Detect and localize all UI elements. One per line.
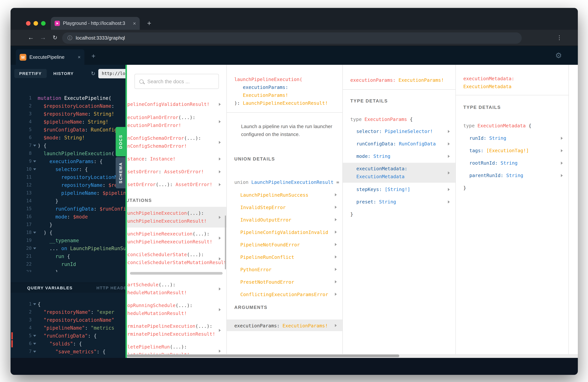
union-member[interactable]: ConflictingExecutionParamsError xyxy=(227,288,342,300)
type-field[interactable]: executionMetadata:ExecutionMetadata xyxy=(343,163,455,183)
settings-gear-icon[interactable]: ⚙ xyxy=(554,50,564,60)
url-bar[interactable]: ⓘ localhost:3333/graphql xyxy=(62,32,522,43)
doc-list-item[interactable]: stopRunningSchedule(...):ScheduleMutatio… xyxy=(127,299,226,320)
code-line[interactable]: 2 $repositoryLocationName: xyxy=(11,102,126,110)
fold-caret-icon[interactable] xyxy=(32,245,38,253)
history-button[interactable]: HISTORY xyxy=(53,71,74,76)
horizontal-scrollbar[interactable] xyxy=(127,354,578,358)
browser-tab[interactable]: Playground - http://localhost:3 × xyxy=(51,17,140,30)
union-member[interactable]: PipelineNotFoundError xyxy=(227,238,342,251)
column-horizontal-scrollbar[interactable] xyxy=(130,272,223,275)
type-field[interactable]: runConfigData: RunConfigData xyxy=(343,140,455,148)
code-line[interactable]: 11 repositoryLocationName: $repositoryLo… xyxy=(11,173,126,181)
traffic-light-minimize[interactable] xyxy=(34,21,38,26)
doc-list-item[interactable]: terminatePipelineExecution(...):Terminat… xyxy=(127,320,226,340)
fold-caret-icon[interactable] xyxy=(32,348,38,356)
code-line[interactable]: 21 run { xyxy=(11,253,126,260)
playground-new-tab-button[interactable]: + xyxy=(89,52,98,61)
traffic-light-close[interactable] xyxy=(26,21,30,26)
type-field[interactable]: preset: String xyxy=(343,198,455,206)
variables-editor[interactable]: 1{2 "repositoryName": "exper3 "repositor… xyxy=(11,300,126,357)
endpoint-reload-icon[interactable]: ↻ xyxy=(91,70,95,77)
code-line[interactable]: 3 "repositoryLocationName" xyxy=(11,316,126,324)
prettify-button[interactable]: PRETTIFY xyxy=(14,69,46,78)
fold-caret-icon[interactable] xyxy=(32,229,38,236)
type-field[interactable]: runId: String xyxy=(456,134,568,142)
doc-list-item[interactable]: reconcileSchedulerState(...):ReconcileSc… xyxy=(127,248,226,269)
code-line[interactable]: 14 } xyxy=(11,197,126,205)
code-line[interactable]: 10 selector: { xyxy=(11,165,126,173)
fold-caret-icon[interactable] xyxy=(32,332,38,340)
tab-query-variables[interactable]: QUERY VARIABLES xyxy=(27,286,73,290)
argument-row[interactable]: executionParams: ExecutionParams! xyxy=(227,319,342,331)
doc-list-item[interactable]: executionPlanOrError(...):ExecutionPlanO… xyxy=(127,111,226,132)
code-line[interactable]: 1mutation ExecutePipeline( xyxy=(11,94,126,102)
type-field[interactable]: selector: PipelineSelector! xyxy=(343,127,455,135)
code-line[interactable]: 6 $mode: String! xyxy=(11,134,126,142)
type-field[interactable]: rootRunId: String xyxy=(456,159,568,167)
code-line[interactable]: 15 runConfigData: $runConfigData xyxy=(11,205,126,213)
endpoint-input[interactable] xyxy=(98,69,126,78)
refresh-button[interactable]: ↻ xyxy=(50,30,60,46)
code-line[interactable]: 5 $runConfigData: RunConfigData! xyxy=(11,126,126,134)
playground-tab[interactable]: M ExecutePipeline × xyxy=(16,49,84,65)
code-line[interactable]: 18 ) { xyxy=(11,229,126,236)
new-tab-button[interactable]: + xyxy=(144,19,154,28)
code-line[interactable]: 1{ xyxy=(11,300,126,308)
type-field[interactable]: stepKeys: [String!] xyxy=(343,185,455,193)
forward-button[interactable]: → xyxy=(38,30,48,46)
doc-list-item-partial[interactable]: PipelineConfigValidationResult! xyxy=(127,100,226,108)
tab-close-icon[interactable]: × xyxy=(133,21,136,26)
fold-caret-icon[interactable] xyxy=(32,142,38,149)
code-line[interactable]: 6 "solids": { xyxy=(11,340,126,348)
info-icon[interactable]: ⓘ xyxy=(67,35,72,41)
code-line[interactable]: 13 pipelineName: $pipelineName xyxy=(11,189,126,197)
type-field[interactable]: parentRunId: String xyxy=(456,171,568,179)
type-field[interactable]: tags: [ExecutionTag!] xyxy=(456,147,568,154)
code-line[interactable]: 16 mode: $mode xyxy=(11,213,126,221)
doc-list-item[interactable]: launchPipelineExecution(...):LaunchPipel… xyxy=(127,207,226,228)
union-member[interactable]: PythonError xyxy=(227,263,342,276)
union-member[interactable]: InvalidOutputError xyxy=(227,213,342,226)
code-line[interactable]: 2 "repositoryName": "exper xyxy=(11,308,126,316)
doc-list-item[interactable]: assetOrError(...): AssetOrError! xyxy=(127,178,226,191)
code-line[interactable]: 22 runId xyxy=(11,260,126,268)
code-line[interactable]: 4 "pipelineName": "metrics xyxy=(11,324,126,332)
code-line[interactable]: 8 launchPipelineExecution( xyxy=(11,149,126,157)
tab-http-headers[interactable]: HTTP HEADERS xyxy=(96,286,126,290)
playground-tab-close-icon[interactable]: × xyxy=(78,54,81,60)
fold-caret-icon[interactable] xyxy=(32,300,38,308)
vertical-scrollbar[interactable] xyxy=(225,215,226,269)
browser-menu-button[interactable]: ⋮ xyxy=(556,30,563,46)
docs-search-input[interactable] xyxy=(147,79,214,84)
code-line[interactable]: 9 executionParams: { xyxy=(11,157,126,165)
type-field[interactable]: mode: String xyxy=(343,152,455,160)
code-line[interactable]: 3 $repositoryName: String! xyxy=(11,110,126,118)
traffic-light-zoom[interactable] xyxy=(41,21,45,26)
back-button[interactable]: ← xyxy=(26,30,36,46)
union-member[interactable]: PipelineConfigValidationInvalid xyxy=(227,226,342,238)
code-line[interactable]: 7) { xyxy=(11,142,126,149)
doc-list-item[interactable]: assetsOrError: AssetsOrError! xyxy=(127,165,226,178)
fold-caret-icon[interactable] xyxy=(32,157,38,165)
doc-list-item[interactable]: instance: Instance! xyxy=(127,152,226,165)
fold-caret-icon[interactable] xyxy=(32,165,38,173)
side-tab-docs[interactable]: DOCS xyxy=(116,127,126,156)
docs-resize-handle[interactable] xyxy=(126,65,127,358)
query-editor[interactable]: 1mutation ExecutePipeline(2 $repositoryL… xyxy=(11,94,126,272)
fold-caret-icon[interactable] xyxy=(32,340,38,348)
code-line[interactable]: 19 __typename xyxy=(11,236,126,245)
code-line[interactable]: 4 $pipelineName: String! xyxy=(11,118,126,126)
code-line[interactable]: 20 ... on LaunchPipelineRunSuccess { xyxy=(11,245,126,253)
code-line[interactable]: 7 "save_metrics": { xyxy=(11,348,126,356)
side-tab-schema[interactable]: SCHEMA xyxy=(116,157,126,188)
union-member[interactable]: LaunchPipelineRunSuccess xyxy=(227,188,342,201)
union-member[interactable]: PipelineRunConflict xyxy=(227,251,342,263)
code-line[interactable]: 23 } xyxy=(11,268,126,272)
code-line[interactable]: 5 "runConfigData": { xyxy=(11,332,126,340)
union-member[interactable]: InvalidStepError xyxy=(227,201,342,213)
doc-list-item[interactable]: launchPipelineReexecution(...):LaunchPip… xyxy=(127,228,226,248)
doc-list-item[interactable]: startSchedule(...):ScheduleMutationResul… xyxy=(127,278,226,299)
doc-list-item[interactable]: deletePipelineRun(...):DeletePipelineRun… xyxy=(127,340,226,354)
code-line[interactable]: 12 repositoryName: $repositoryName xyxy=(11,181,126,189)
